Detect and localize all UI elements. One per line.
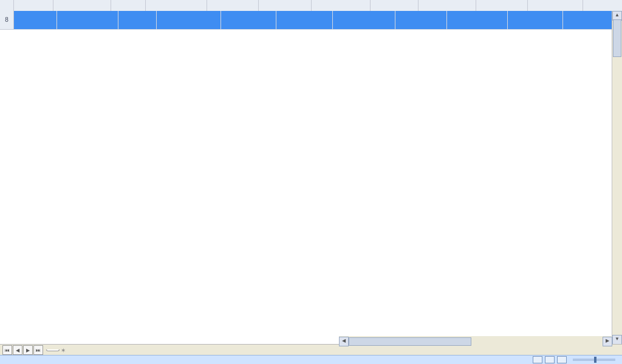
view-normal-icon[interactable] [533, 356, 542, 363]
hdr-margin [276, 11, 333, 30]
col-header-I[interactable] [419, 0, 476, 11]
view-break-icon[interactable] [557, 356, 567, 363]
select-all-corner[interactable] [0, 0, 14, 11]
table-header-row: 8 [0, 11, 622, 30]
vertical-scrollbar[interactable]: ▲ ▼ [612, 11, 622, 345]
scroll-right-button[interactable]: ▶ [603, 337, 612, 346]
scroll-thumb[interactable] [613, 19, 621, 57]
row-number[interactable]: 8 [0, 11, 14, 30]
horizontal-scrollbar[interactable]: ◀ ▶ [339, 336, 612, 347]
column-header-row [0, 0, 622, 12]
hdr-cost [221, 11, 276, 30]
hdr-revenue [157, 11, 222, 30]
tab-sales-report[interactable] [46, 349, 60, 351]
hscroll-track[interactable] [349, 337, 603, 346]
col-header-J[interactable] [476, 0, 528, 11]
col-header-C[interactable] [111, 0, 146, 11]
status-bar [0, 355, 622, 364]
hdr-date [14, 11, 57, 30]
tab-prev-icon[interactable]: ◀ [13, 345, 22, 355]
tab-next-icon[interactable]: ▶ [23, 345, 33, 355]
view-layout-icon[interactable] [545, 356, 555, 363]
grid-area[interactable]: 8 [0, 11, 622, 345]
hdr-salesperson [333, 11, 395, 30]
col-header-E[interactable] [207, 0, 259, 11]
zoom-controls [533, 356, 622, 363]
col-header-G[interactable] [312, 0, 371, 11]
hdr-amount [447, 11, 508, 30]
scroll-left-button[interactable]: ◀ [339, 337, 349, 346]
spreadsheet-window: 8 ▲ ▼ ⏮ ◀ ▶ ⏭ ✶ ◀ [0, 0, 622, 364]
sheet-tab-bar: ⏮ ◀ ▶ ⏭ ✶ ◀ ▶ [0, 344, 622, 356]
col-header-H[interactable] [371, 0, 419, 11]
hdr-rate [395, 11, 447, 30]
tab-nav-buttons: ⏮ ◀ ▶ ⏭ [2, 345, 44, 355]
zoom-slider[interactable] [573, 359, 615, 361]
hscroll-thumb[interactable] [349, 337, 471, 346]
new-sheet-icon[interactable]: ✶ [61, 347, 66, 354]
scroll-down-button[interactable]: ▼ [612, 335, 622, 345]
col-header-D[interactable] [146, 0, 207, 11]
hdr-deductions [508, 11, 563, 30]
hdr-customer [57, 11, 118, 30]
col-header-B[interactable] [53, 0, 111, 11]
col-header-F[interactable] [259, 0, 312, 11]
tab-first-icon[interactable]: ⏮ [2, 345, 12, 355]
col-header-A[interactable] [14, 0, 53, 11]
tab-last-icon[interactable]: ⏭ [33, 345, 43, 355]
col-header-K[interactable] [528, 0, 583, 11]
hdr-invoice [118, 11, 157, 30]
